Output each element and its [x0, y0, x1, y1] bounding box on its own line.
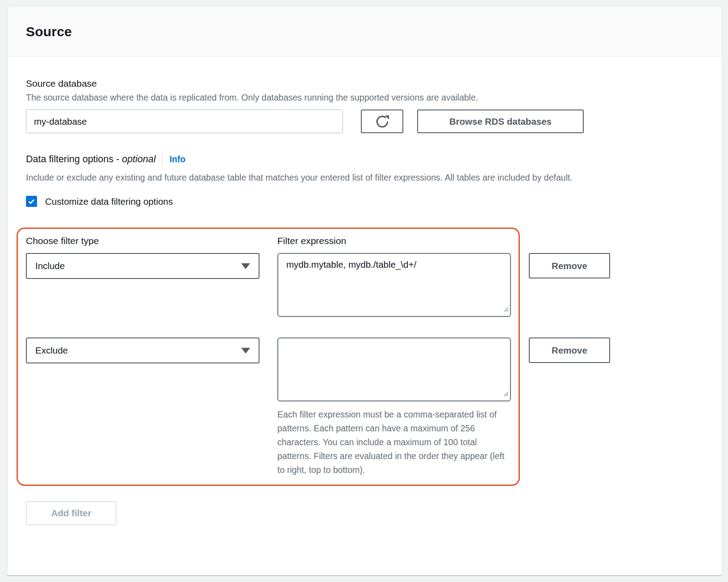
source-database-row: Browse RDS databases [26, 110, 703, 133]
remove-filter-button-2[interactable]: Remove [529, 337, 610, 363]
filter-expression-textarea-1[interactable]: mydb.mytable, mydb./table_\d+/ [277, 253, 511, 317]
customize-checkbox[interactable] [26, 196, 37, 207]
filter-type-select-1-value: Include [35, 261, 65, 271]
filter-type-select-1[interactable]: Include [26, 253, 259, 279]
data-filtering-title: Data filtering options - optional [26, 154, 155, 165]
refresh-button[interactable] [361, 110, 403, 133]
add-filter-button[interactable]: Add filter [26, 501, 117, 525]
data-filtering-heading: Data filtering options - optional Info [26, 153, 703, 165]
source-panel: Source Source database The source databa… [7, 6, 722, 576]
heading-divider [162, 153, 163, 165]
refresh-icon [375, 114, 390, 129]
filter-expression-wrap-1: mydb.mytable, mydb./table_\d+/ [277, 253, 511, 317]
filter-type-select-2-value: Exclude [35, 345, 68, 356]
remove-filter-button-1[interactable]: Remove [529, 253, 610, 278]
customize-filtering-row: Customize data filtering options [26, 196, 703, 207]
filters-grid: Choose filter type Filter expression Inc… [26, 236, 610, 477]
source-panel-body: Source database The source database wher… [8, 57, 722, 525]
source-database-label: Source database [26, 78, 703, 89]
source-database-description: The source database where the data is re… [26, 93, 703, 103]
filter-expression-help-text: Each filter expression must be a comma-s… [277, 408, 511, 477]
data-filtering-description: Include or exclude any existing and futu… [26, 169, 674, 186]
filter-expression-cell-2: Each filter expression must be a comma-s… [277, 337, 511, 477]
filter-rows-section: Choose filter type Filter expression Inc… [26, 228, 610, 486]
source-database-input[interactable] [26, 110, 343, 133]
info-link[interactable]: Info [169, 154, 185, 164]
filter-type-column-header: Choose filter type [26, 236, 259, 253]
checkmark-icon [27, 197, 36, 206]
filter-type-select-2[interactable]: Exclude [26, 337, 259, 363]
filter-expression-textarea-2[interactable] [277, 337, 511, 401]
browse-rds-databases-button[interactable]: Browse RDS databases [417, 110, 584, 133]
caret-down-icon [241, 348, 250, 354]
filter-expression-column-header: Filter expression [277, 236, 511, 253]
optional-label: optional [122, 154, 155, 164]
customize-checkbox-label: Customize data filtering options [45, 196, 173, 207]
source-panel-header: Source [8, 7, 722, 57]
panel-title: Source [26, 24, 72, 39]
caret-down-icon [241, 263, 250, 269]
